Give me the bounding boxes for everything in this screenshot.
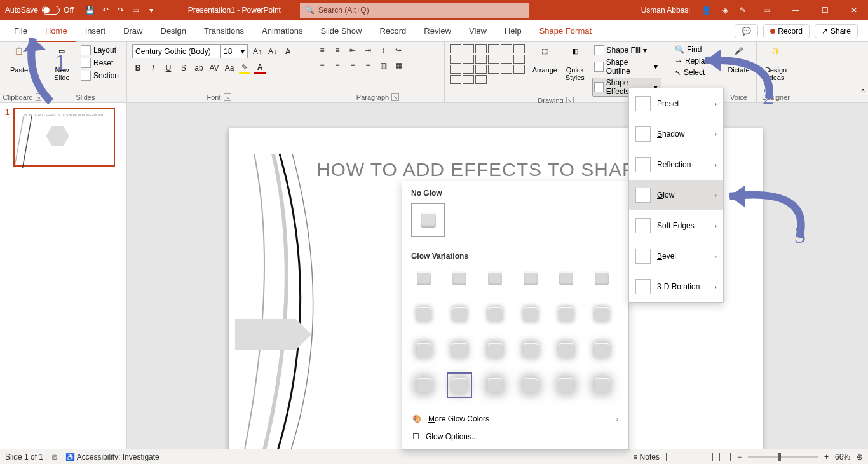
- effects-shadow[interactable]: Shadow›: [629, 119, 723, 149]
- tab-review[interactable]: Review: [415, 20, 460, 42]
- font-color-icon[interactable]: A: [254, 62, 266, 74]
- pen-icon[interactable]: ✎: [740, 6, 746, 15]
- autosave-toggle[interactable]: AutoSave Off: [0, 6, 79, 15]
- effects-preset[interactable]: Preset›: [629, 88, 723, 119]
- bullets-icon[interactable]: ≡: [316, 44, 328, 56]
- select-button[interactable]: ↖Select: [672, 67, 715, 78]
- align-center-icon[interactable]: ≡: [332, 60, 343, 71]
- columns-icon[interactable]: ▥: [377, 60, 389, 71]
- effects-3d-rotation[interactable]: 3-D Rotation›: [629, 271, 723, 302]
- close-icon[interactable]: ✕: [845, 6, 863, 15]
- normal-view-icon[interactable]: [666, 453, 677, 461]
- undo-icon[interactable]: ↶: [100, 5, 111, 15]
- bold-button[interactable]: B: [132, 62, 144, 74]
- glow-variation[interactable]: [518, 301, 543, 327]
- font-size-select[interactable]: 18▾: [221, 44, 248, 58]
- search-input[interactable]: 🔍 Search (Alt+Q): [300, 3, 529, 18]
- strike-button[interactable]: S: [178, 62, 189, 74]
- text-direction-icon[interactable]: ↪: [393, 44, 404, 56]
- tab-animations[interactable]: Animations: [253, 20, 311, 42]
- shapes-gallery[interactable]: [450, 44, 528, 84]
- no-glow-option[interactable]: [411, 203, 445, 237]
- qat-more-icon[interactable]: ▾: [146, 5, 156, 15]
- zoom-in-button[interactable]: +: [824, 453, 829, 461]
- glow-variation[interactable]: [411, 372, 437, 398]
- shape-fill-button[interactable]: Shape Fill▾: [592, 44, 661, 56]
- zoom-level[interactable]: 66%: [835, 453, 850, 461]
- user-name[interactable]: Usman Abbasi: [641, 6, 690, 15]
- glow-options[interactable]: ☐Glow Options...: [411, 428, 620, 446]
- shadow-text-icon[interactable]: ab: [193, 62, 205, 74]
- numbering-icon[interactable]: ≡: [332, 44, 343, 56]
- glow-variation[interactable]: [553, 301, 579, 327]
- indent-dec-icon[interactable]: ⇤: [347, 44, 358, 56]
- tab-help[interactable]: Help: [496, 20, 531, 42]
- comments-button[interactable]: 💬: [735, 24, 758, 38]
- ribbon-display-icon[interactable]: ▭: [757, 6, 775, 15]
- language-icon[interactable]: ⎚: [52, 453, 57, 461]
- tab-insert[interactable]: Insert: [76, 20, 115, 42]
- fit-window-icon[interactable]: ⊕: [857, 453, 863, 461]
- tab-view[interactable]: View: [460, 20, 496, 42]
- glow-variation[interactable]: [518, 266, 543, 291]
- glow-variation[interactable]: [553, 337, 579, 362]
- tab-home[interactable]: Home: [36, 20, 76, 42]
- line-spacing-icon[interactable]: ↕: [377, 44, 389, 56]
- glow-variation[interactable]: [482, 337, 508, 362]
- font-name-select[interactable]: Century Gothic (Body): [132, 44, 221, 58]
- reading-view-icon[interactable]: [702, 453, 713, 461]
- glow-variation[interactable]: [411, 337, 437, 362]
- tab-draw[interactable]: Draw: [114, 20, 151, 42]
- glow-variation[interactable]: [553, 266, 579, 291]
- paste-button[interactable]: 📋Paste: [5, 44, 33, 74]
- char-spacing-icon[interactable]: AV: [208, 62, 220, 74]
- tab-file[interactable]: File: [5, 20, 36, 42]
- maximize-icon[interactable]: ☐: [816, 6, 834, 15]
- sorter-view-icon[interactable]: [684, 453, 695, 461]
- slide-counter[interactable]: Slide 1 of 1: [5, 453, 43, 461]
- shape-outline-button[interactable]: Shape Outline▾: [592, 57, 661, 76]
- quick-styles-button[interactable]: ◧Quick Styles: [562, 44, 588, 81]
- shrink-font-icon[interactable]: A↓: [267, 46, 278, 57]
- tab-slideshow[interactable]: Slide Show: [311, 20, 370, 42]
- user-avatar-icon[interactable]: 👤: [702, 6, 711, 15]
- align-right-icon[interactable]: ≡: [347, 60, 358, 71]
- effects-reflection[interactable]: Reflection›: [629, 149, 723, 180]
- replace-button[interactable]: ↔Replace: [672, 56, 715, 66]
- more-glow-colors[interactable]: 🎨More Glow Colors›: [411, 410, 620, 428]
- layout-button[interactable]: Layout: [78, 44, 121, 56]
- notes-button[interactable]: ≡ Notes: [633, 453, 660, 461]
- reset-button[interactable]: Reset: [78, 57, 121, 69]
- effects-soft-edges[interactable]: Soft Edges›: [629, 210, 723, 241]
- new-slide-button[interactable]: ▭New Slide: [50, 44, 74, 81]
- accessibility-button[interactable]: ♿ Accessibility: Investigate: [65, 453, 159, 461]
- justify-icon[interactable]: ≡: [362, 60, 374, 71]
- italic-button[interactable]: I: [147, 62, 159, 74]
- collapse-ribbon-icon[interactable]: ˄: [860, 88, 865, 100]
- glow-variation[interactable]: [518, 372, 543, 398]
- clear-format-icon[interactable]: A̷: [282, 46, 294, 57]
- tab-shape-format[interactable]: Shape Format: [531, 20, 600, 42]
- align-left-icon[interactable]: ≡: [316, 60, 328, 71]
- smartart-icon[interactable]: ▦: [393, 60, 404, 71]
- glow-variation[interactable]: [411, 301, 437, 327]
- glow-variation[interactable]: [482, 372, 508, 398]
- glow-variation-selected[interactable]: [447, 372, 472, 398]
- glow-variation[interactable]: [482, 266, 508, 291]
- grow-font-icon[interactable]: A↑: [252, 46, 263, 57]
- find-button[interactable]: 🔍Find: [672, 44, 715, 55]
- glow-variation[interactable]: [411, 266, 437, 291]
- redo-icon[interactable]: ↷: [116, 5, 126, 15]
- zoom-out-button[interactable]: −: [737, 453, 742, 461]
- dictate-button[interactable]: 🎤Dictate: [726, 44, 751, 74]
- save-icon[interactable]: 💾: [85, 5, 95, 15]
- record-button[interactable]: Record: [763, 24, 810, 38]
- highlight-icon[interactable]: ✎: [239, 62, 250, 74]
- indent-inc-icon[interactable]: ⇥: [362, 44, 374, 56]
- arrange-button[interactable]: ⬚Arrange: [532, 44, 558, 74]
- glow-variation[interactable]: [482, 301, 508, 327]
- glow-variation[interactable]: [553, 372, 579, 398]
- glow-variation[interactable]: [447, 337, 472, 362]
- tab-transitions[interactable]: Transitions: [195, 20, 253, 42]
- glow-variation[interactable]: [447, 266, 472, 291]
